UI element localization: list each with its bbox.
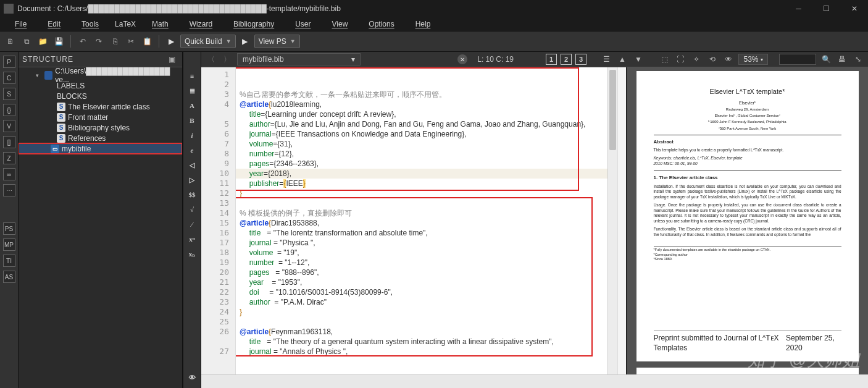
menu-user[interactable]: User — [285, 19, 320, 30]
align-center-icon[interactable]: ≣ — [186, 85, 198, 96]
run-button[interactable]: ▶ — [164, 35, 178, 48]
left-icon-bar: P C S {} V [] Z ∞ ⋯ PS MP TI AS — [0, 52, 19, 388]
dollar-icon[interactable]: $$ — [186, 189, 198, 200]
undo-icon[interactable]: ↶ — [76, 35, 90, 48]
left-brace-icon[interactable]: {} — [3, 104, 15, 116]
tree-item-elsevier[interactable]: SThe Elsevier article class — [19, 101, 182, 112]
editor-scrollbar[interactable] — [607, 67, 617, 374]
power-icon[interactable]: xⁿ — [186, 234, 198, 245]
page-2-button[interactable]: 2 — [561, 54, 572, 65]
tree-item-bibstyles[interactable]: SBibliography styles — [19, 122, 182, 133]
up-arrow-icon[interactable]: ▲ — [616, 53, 628, 65]
structure-title: STRUCTURE — [22, 55, 73, 64]
menu-bibliography[interactable]: Bibliography — [223, 19, 284, 30]
pdf-preview-viewport[interactable]: Elsevier LᴬTᴇX template* Elsevier¹ Radar… — [627, 67, 868, 374]
copy-icon[interactable]: ⎘ — [108, 35, 122, 48]
open-folder-icon[interactable]: 📁 — [36, 35, 49, 48]
indent-right-icon[interactable]: ▷ — [186, 174, 198, 185]
chapter-icon[interactable]: C — [3, 72, 15, 84]
ellipsis-icon[interactable]: ⋯ — [3, 184, 15, 196]
ti-icon[interactable]: TI — [3, 255, 15, 267]
mp-icon[interactable]: MP — [3, 238, 15, 251]
part-icon[interactable]: P — [3, 56, 15, 68]
tree-item-frontmatter[interactable]: SFront matter — [19, 112, 182, 122]
close-file-icon[interactable]: ✕ — [457, 54, 467, 64]
menu-wizard[interactable]: Wizard — [180, 19, 222, 30]
cursor-position: L: 10 C: 19 — [471, 55, 520, 64]
font-a-icon[interactable]: A — [186, 100, 198, 111]
save-icon[interactable]: 💾 — [52, 35, 65, 48]
paste-icon[interactable]: 📋 — [140, 35, 154, 48]
nav-back-icon[interactable]: 〈 — [205, 53, 217, 65]
menu-tools[interactable]: Tools — [72, 19, 109, 30]
fit-width-icon[interactable]: ⬚ — [658, 53, 670, 65]
indent-left-icon[interactable]: ◁ — [186, 159, 198, 171]
preview-eye-icon[interactable]: 👁 — [722, 53, 735, 65]
menu-edit[interactable]: Edit — [38, 19, 70, 30]
minimize-button[interactable]: ─ — [785, 0, 812, 17]
rotate-icon[interactable]: ⟲ — [706, 53, 719, 65]
page-3-button[interactable]: 3 — [575, 54, 586, 65]
down-arrow-icon[interactable]: ▼ — [632, 53, 645, 65]
redo-icon[interactable]: ↷ — [92, 35, 106, 48]
new-file-icon[interactable]: 🗎 — [4, 35, 17, 48]
print-icon[interactable]: 🖶 — [836, 53, 848, 65]
menu-latex[interactable]: LaTeX — [110, 19, 141, 30]
close-button[interactable]: ✕ — [840, 0, 868, 17]
frac-icon[interactable]: ⁄ — [186, 219, 198, 230]
infinity-icon[interactable]: ∞ — [3, 168, 15, 180]
tree-root[interactable]: ▾C:\Users\████████████████ ve... — [19, 70, 182, 80]
tree-item-mybibfile[interactable]: ▭mybibfile — [19, 143, 182, 154]
structure-panel: STRUCTURE ▣ ▾C:\Users\████████████████ v… — [19, 52, 183, 388]
menu-options[interactable]: Options — [359, 19, 404, 30]
build-combo[interactable]: Quick Build▼ — [180, 35, 236, 48]
preview-page-1: Elsevier LᴬTᴇX template* Elsevier¹ Radar… — [636, 71, 859, 361]
window-title: Document : C:/Users/████████████████████… — [17, 4, 341, 13]
view-combo[interactable]: View PS▼ — [254, 35, 300, 48]
menu-help[interactable]: Help — [406, 19, 441, 30]
page-1-button[interactable]: 1 — [546, 54, 557, 65]
main-toolbar: 🗎 ⧉ 📁 💾 ↶ ↷ ⎘ ✂ 📋 ▶ Quick Build▼ ▶ View … — [0, 31, 868, 52]
titlebar: Document : C:/Users/████████████████████… — [0, 0, 868, 17]
tree-item-references[interactable]: SReferences — [19, 133, 182, 143]
align-left-icon[interactable]: ≡ — [186, 70, 198, 82]
var-icon[interactable]: V — [3, 120, 15, 132]
maximize-button[interactable]: ☐ — [812, 0, 840, 17]
list-icon[interactable]: ☰ — [600, 53, 612, 65]
nav-fwd-icon[interactable]: 〉 — [221, 53, 233, 65]
crop-icon[interactable]: ✧ — [690, 53, 703, 65]
menubar: File Edit Tools LaTeX Math Wizard Biblio… — [0, 17, 868, 31]
editor-topbar: 〈 〉 mybibfile.bib▾ ✕ L: 10 C: 19 1 2 3 ☰… — [201, 52, 868, 67]
search-preview-input[interactable] — [779, 54, 816, 65]
brackets-icon[interactable]: [] — [3, 136, 15, 148]
code-editor[interactable]: 1234567891011121314151617181920212223242… — [201, 67, 626, 374]
app-icon — [4, 4, 14, 14]
sub-icon[interactable]: xₙ — [186, 248, 198, 259]
view-button[interactable]: ▶ — [238, 35, 252, 48]
line-gutter: 1234567891011121314151617181920212223242… — [201, 67, 236, 374]
bold-icon[interactable]: B — [186, 115, 198, 126]
editor-minimap[interactable] — [617, 67, 626, 374]
search-icon[interactable]: 🔍 — [820, 53, 832, 65]
z-icon[interactable]: Z — [3, 152, 15, 164]
emph-icon[interactable]: e — [186, 145, 198, 156]
ps-icon[interactable]: PS — [3, 222, 15, 235]
zoom-percent[interactable]: 53%▾ — [738, 54, 768, 65]
sqrt-icon[interactable]: √ — [186, 204, 198, 215]
menu-file[interactable]: File — [5, 19, 36, 30]
section-icon[interactable]: S — [3, 88, 15, 100]
structure-tree: ▾C:\Users\████████████████ ve... LABELS … — [19, 67, 182, 388]
eye-icon[interactable]: 👁 — [186, 372, 198, 383]
collapse-panel-icon[interactable]: ▣ — [165, 53, 178, 66]
pin-icon[interactable]: ⤡ — [852, 53, 864, 65]
menu-math[interactable]: Math — [142, 19, 178, 30]
as-icon[interactable]: AS — [3, 271, 15, 283]
new-tab-icon[interactable]: ⧉ — [20, 35, 33, 48]
menu-view[interactable]: View — [322, 19, 358, 30]
tree-blocks[interactable]: BLOCKS — [19, 91, 182, 101]
cut-icon[interactable]: ✂ — [124, 35, 138, 48]
italic-info-icon[interactable]: i — [186, 130, 198, 141]
file-tab-combo[interactable]: mybibfile.bib▾ — [237, 53, 361, 65]
fit-page-icon[interactable]: ⛶ — [674, 53, 686, 65]
find-bar[interactable] — [201, 374, 868, 388]
